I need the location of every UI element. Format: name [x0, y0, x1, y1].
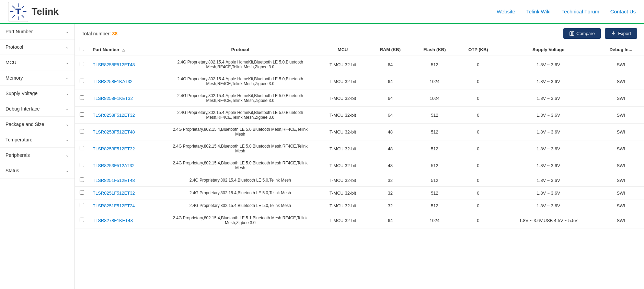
sidebar-item-mcu[interactable]: MCU ⌄	[0, 55, 74, 70]
sort-icon: △	[122, 48, 125, 52]
protocol-cell: 2.4G Proprietary,802.15.4,Bluetooth LE 5…	[164, 187, 317, 199]
mcu-cell: T-MCU 32-bit	[317, 174, 369, 187]
part-number-cell[interactable]: TLSR8251F512ET24	[89, 199, 164, 212]
sidebar-item-memory[interactable]: Memory ⌄	[0, 70, 74, 86]
part-number-cell[interactable]: TLSR8251F512ET48	[89, 174, 164, 187]
mcu-cell: T-MCU 32-bit	[317, 107, 369, 124]
main-layout: Part Number ⌄ Protocol ⌄ MCU ⌄ Memory ⌄ …	[0, 24, 644, 289]
sidebar-item-package-size[interactable]: Package and Size ⌄	[0, 117, 74, 132]
logo-area: Telink	[8, 2, 59, 22]
select-all-checkbox[interactable]	[80, 47, 84, 51]
sidebar-item-label: Status	[5, 168, 19, 173]
mcu-cell: T-MCU 32-bit	[317, 140, 369, 157]
sidebar-item-protocol[interactable]: Protocol ⌄	[0, 39, 74, 55]
sidebar-item-temperature[interactable]: Temperature ⌄	[0, 132, 74, 148]
part-number-cell[interactable]: TLSR8258F512ET32	[89, 107, 164, 124]
part-number-cell[interactable]: TLSR8251F512ET32	[89, 187, 164, 199]
table-row: TLSR8251F512ET242.4G Proprietary,802.15.…	[75, 199, 644, 212]
part-number-cell[interactable]: TLSR8253F512AT32	[89, 157, 164, 174]
export-icon	[611, 31, 616, 36]
table-row: TLSR8258F512ET482.4G Proprietary,802.15.…	[75, 56, 644, 73]
row-checkbox[interactable]	[80, 177, 84, 182]
otp-cell: 0	[457, 107, 499, 124]
th-debug: Debug In...	[598, 43, 644, 56]
protocol-cell: 2.4G Proprietary,802.15.4,Bluetooth LE 5…	[164, 174, 317, 187]
sidebar-item-debug-interface[interactable]: Debug Interface ⌄	[0, 101, 74, 117]
logo-text: Telink	[32, 6, 59, 17]
mcu-cell: T-MCU 32-bit	[317, 199, 369, 212]
th-checkbox	[75, 43, 89, 56]
export-button[interactable]: Export	[605, 28, 637, 39]
supply-voltage-cell: 1.8V ~ 3.6V	[499, 199, 598, 212]
row-checkbox-cell	[75, 56, 89, 73]
otp-cell: 0	[457, 187, 499, 199]
sidebar-item-label: MCU	[5, 60, 16, 65]
telink-logo-icon	[8, 2, 28, 22]
otp-cell: 0	[457, 174, 499, 187]
svg-rect-12	[572, 32, 574, 36]
part-number-cell[interactable]: TLSR8258F1KAT32	[89, 73, 164, 90]
debug-cell: SWI	[598, 174, 644, 187]
row-checkbox[interactable]	[80, 62, 84, 66]
table-row: TLSR8253F512ET322.4G Proprietary,802.15.…	[75, 140, 644, 157]
row-checkbox[interactable]	[80, 95, 84, 100]
table-row: TLSR8253F512ET482.4G Proprietary,802.15.…	[75, 124, 644, 140]
debug-cell: SWI	[598, 90, 644, 107]
ram-cell: 64	[369, 212, 412, 229]
flash-cell: 512	[412, 124, 457, 140]
part-number-cell[interactable]: TLSR8253F512ET48	[89, 124, 164, 140]
parts-table: Part Number △ Protocol MCU RAM (KB) Flas…	[75, 43, 644, 229]
debug-cell: SWI	[598, 212, 644, 229]
part-number-cell[interactable]: TLSR8278F1KET48	[89, 212, 164, 229]
sidebar-item-status[interactable]: Status ⌄	[0, 163, 74, 178]
ram-cell: 48	[369, 157, 412, 174]
row-checkbox-cell	[75, 199, 89, 212]
row-checkbox-cell	[75, 90, 89, 107]
compare-button[interactable]: Compare	[563, 28, 601, 39]
protocol-cell: 2.4G Proprietary,802.15.4,Apple HomeKit,…	[164, 107, 317, 124]
nav-technical-forum[interactable]: Technical Forum	[562, 9, 599, 14]
table-row: TLSR8258F512ET322.4G Proprietary,802.15.…	[75, 107, 644, 124]
sidebar-item-supply-voltage[interactable]: Supply Voltage ⌄	[0, 86, 74, 101]
table-row: TLSR8251F512ET482.4G Proprietary,802.15.…	[75, 174, 644, 187]
ram-cell: 48	[369, 124, 412, 140]
protocol-cell: 2.4G Proprietary,802.15.4,Apple HomeKit,…	[164, 90, 317, 107]
supply-voltage-cell: 1.8V ~ 3.6V	[499, 187, 598, 199]
row-checkbox[interactable]	[80, 79, 84, 83]
otp-cell: 0	[457, 90, 499, 107]
sidebar-item-label: Package and Size	[5, 122, 44, 127]
ram-cell: 32	[369, 187, 412, 199]
compare-label: Compare	[576, 31, 595, 36]
th-flash: Flash (KB)	[412, 43, 457, 56]
row-checkbox[interactable]	[80, 146, 84, 150]
part-number-cell[interactable]: TLSR8253F512ET32	[89, 140, 164, 157]
ram-cell: 32	[369, 174, 412, 187]
row-checkbox[interactable]	[80, 112, 84, 117]
row-checkbox[interactable]	[80, 203, 84, 207]
row-checkbox[interactable]	[80, 129, 84, 134]
th-part-number[interactable]: Part Number △	[89, 43, 164, 56]
row-checkbox[interactable]	[80, 190, 84, 195]
content-area: Total number: 38 Compare Export	[75, 24, 644, 289]
row-checkbox[interactable]	[80, 163, 84, 167]
chevron-down-icon: ⌄	[66, 122, 69, 127]
nav-contact-us[interactable]: Contact Us	[610, 9, 636, 14]
debug-cell: SWI	[598, 56, 644, 73]
otp-cell: 0	[457, 157, 499, 174]
table-row: TLSR8253F512AT322.4G Proprietary,802.15.…	[75, 157, 644, 174]
row-checkbox[interactable]	[80, 218, 84, 222]
part-number-cell[interactable]: TLSR8258F512ET48	[89, 56, 164, 73]
table-body: TLSR8258F512ET482.4G Proprietary,802.15.…	[75, 56, 644, 229]
chevron-down-icon: ⌄	[66, 137, 69, 142]
part-number-cell[interactable]: TLSR8258F1KET32	[89, 90, 164, 107]
nav-telink-wiki[interactable]: Telink Wiki	[526, 9, 551, 14]
protocol-cell: 2.4G Proprietary,802.15.4,Bluetooth LE 5…	[164, 199, 317, 212]
sidebar-item-part-number[interactable]: Part Number ⌄	[0, 24, 74, 39]
ram-cell: 64	[369, 56, 412, 73]
nav-website[interactable]: Website	[497, 9, 515, 14]
row-checkbox-cell	[75, 187, 89, 199]
th-protocol: Protocol	[164, 43, 317, 56]
chevron-down-icon: ⌄	[66, 106, 69, 111]
row-checkbox-cell	[75, 140, 89, 157]
sidebar-item-peripherals[interactable]: Peripherals ⌄	[0, 148, 74, 163]
